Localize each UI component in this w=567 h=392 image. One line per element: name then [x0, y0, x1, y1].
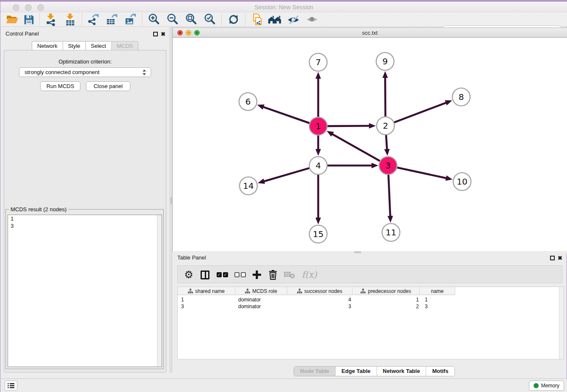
zoom-in-button[interactable]	[146, 13, 162, 26]
import-network-button[interactable]	[43, 13, 59, 26]
import-network-icon	[44, 13, 58, 26]
export-table-button[interactable]	[104, 13, 120, 26]
eye-icon	[305, 13, 319, 26]
deselect-all-button[interactable]	[231, 266, 249, 284]
refresh-button[interactable]	[226, 13, 242, 26]
dropdown-value: strongly connected component	[25, 69, 99, 75]
toolbar-separator	[82, 14, 82, 25]
export-image-button[interactable]	[122, 13, 138, 26]
delete-table-button-disabled	[281, 266, 298, 284]
zoom-out-button[interactable]	[165, 13, 181, 26]
save-session-button[interactable]	[21, 13, 37, 26]
tab-network-table[interactable]: Network Table	[377, 367, 427, 376]
graph-node-label: 11	[385, 227, 396, 237]
trash-icon	[268, 269, 278, 280]
network-window-titlebar[interactable]: ✕ – + scc.txt	[172, 28, 567, 38]
zoom-fit-button[interactable]	[183, 13, 199, 26]
import-table-button[interactable]	[62, 13, 78, 26]
splitter-grip[interactable]	[171, 197, 172, 204]
tab-network[interactable]: Network	[32, 41, 63, 50]
zoom-selected-button[interactable]	[202, 13, 218, 26]
graph-node-label: 1	[316, 121, 321, 131]
fx-icon: f(x)	[302, 270, 317, 280]
tab-node-table[interactable]: Node Table	[294, 367, 336, 376]
memory-button[interactable]: Memory	[529, 381, 564, 391]
tab-mcds[interactable]: MCDS	[111, 41, 138, 50]
optimization-criterion-dropdown[interactable]: strongly connected component	[19, 67, 151, 77]
control-panel-close-button[interactable]: ✖	[161, 32, 165, 36]
clone-network-button[interactable]	[249, 13, 265, 26]
graph-node-label: 8	[459, 92, 464, 102]
open-session-button[interactable]	[4, 13, 20, 26]
graph-node-label: 2	[383, 121, 388, 131]
home-button[interactable]	[267, 13, 283, 26]
delete-column-button[interactable]	[265, 266, 281, 284]
graph-edge-2-3[interactable]	[386, 135, 387, 150]
column-header-mcds-role[interactable]: MCDS role	[235, 287, 287, 295]
column-label: shared name	[195, 288, 225, 294]
graph-edge-1-6[interactable]	[262, 107, 309, 123]
export-table-icon	[105, 13, 118, 26]
gear-icon: ⚙	[184, 269, 193, 281]
column-label: successor nodes	[304, 288, 342, 294]
list-icon	[7, 382, 15, 389]
run-mcds-button[interactable]: Run MCDS	[40, 81, 80, 91]
graph-edge-2-9[interactable]	[385, 77, 385, 116]
graph-edge-4-14[interactable]	[263, 168, 309, 182]
mcds-result-line: 3	[8, 222, 162, 229]
result-scrollbar[interactable]	[157, 215, 162, 367]
column-header-shared-name[interactable]: shared name	[178, 287, 235, 295]
table-panel-tabs: Node Table Edge Table Network Table Moti…	[294, 366, 455, 376]
graph-node-label: 15	[313, 229, 323, 239]
status-bar: Memory	[0, 378, 567, 392]
function-builder-button-disabled: f(x)	[300, 266, 319, 284]
graph-edge-arrowhead	[384, 149, 390, 156]
tab-edge-table[interactable]: Edge Table	[336, 367, 377, 376]
table-panel-float-button[interactable]	[550, 256, 555, 260]
network-window-title: scc.txt	[173, 30, 567, 36]
refresh-icon	[227, 13, 240, 26]
hide-visual-button[interactable]	[286, 13, 302, 26]
network-canvas[interactable]: 7968124314101511	[172, 38, 567, 251]
cell-name: 3	[425, 303, 428, 310]
table-scrollbar[interactable]	[559, 287, 564, 359]
graph-edge-3-1[interactable]	[331, 134, 380, 161]
splitter-grip[interactable]	[354, 251, 361, 253]
graph-edge-1-2[interactable]	[328, 126, 370, 126]
table-panel-close-button[interactable]: ✖	[558, 256, 562, 260]
mcds-result-list[interactable]: 1 3	[8, 215, 162, 367]
save-floppy-icon	[22, 13, 35, 26]
tab-style[interactable]: Style	[63, 41, 85, 50]
tab-select[interactable]: Select	[85, 41, 111, 50]
graph-edge-3-11[interactable]	[388, 175, 390, 217]
cell-mcds-role: dominator	[238, 303, 261, 310]
graph-edge-3-10[interactable]	[397, 168, 447, 179]
tab-motifs[interactable]: Motifs	[426, 367, 454, 376]
graph-edge-arrowhead	[316, 72, 321, 79]
table-settings-button[interactable]: ⚙	[181, 266, 196, 284]
column-header-successor-nodes[interactable]: successor nodes	[287, 287, 352, 295]
graph-edge-arrowhead	[446, 175, 453, 181]
graph-node-label: 3	[385, 160, 391, 171]
add-column-button[interactable]	[249, 266, 265, 284]
select-all-button[interactable]: ✓✓	[213, 266, 231, 284]
table-toolbar: ⚙ ✓✓	[177, 265, 562, 283]
window-title: Session: New Session	[0, 4, 567, 11]
network-graph[interactable]: 7968124314101511	[173, 38, 567, 251]
horizontal-splitter[interactable]	[172, 251, 567, 254]
cell-mcds-role: dominator	[238, 296, 261, 303]
clone-network-icon	[250, 13, 264, 26]
graph-edge-arrowhead	[316, 218, 321, 224]
show-visual-button[interactable]	[304, 13, 320, 26]
close-panel-button[interactable]: Close panel	[86, 81, 130, 91]
node-table[interactable]: shared name MCDS role successor nodes pr…	[177, 287, 564, 359]
graph-edge-arrowhead	[316, 149, 321, 156]
column-header-predecessor-nodes[interactable]: predecessor nodes	[352, 287, 420, 295]
task-history-button[interactable]	[5, 381, 17, 391]
export-network-button[interactable]	[85, 13, 101, 26]
column-header-name[interactable]: name	[420, 287, 455, 295]
control-panel-float-button[interactable]	[153, 32, 158, 36]
graph-edge-2-8[interactable]	[394, 102, 447, 122]
toolbar-separator	[245, 14, 245, 25]
show-column-button[interactable]	[197, 266, 212, 284]
